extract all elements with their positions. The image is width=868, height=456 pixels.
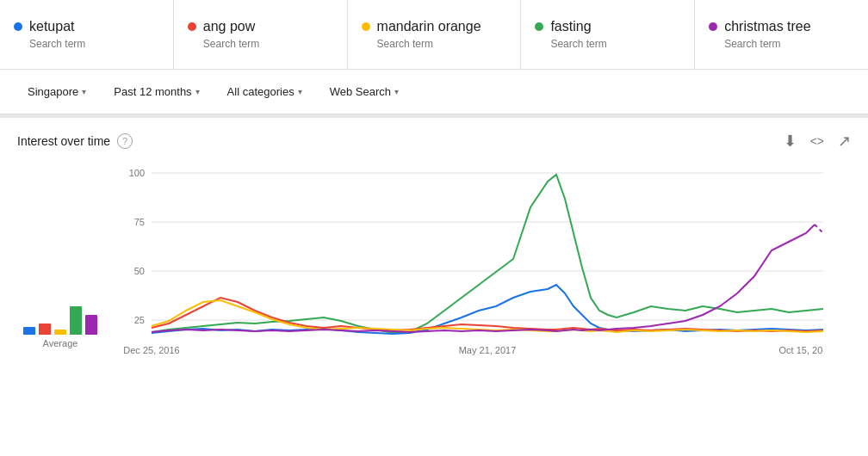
share-icon[interactable]: ↗ [838,132,851,151]
term-label-mandarin-orange: Search term [362,38,507,50]
main-chart: 100 75 50 25 Dec [117,164,851,366]
average-bars [23,283,97,335]
avg-bar [85,315,97,335]
search-type-chevron-icon: ▾ [394,87,399,96]
term-dot-mandarin-orange [362,22,370,31]
svg-text:25: 25 [134,315,145,325]
term-name-ang-pow: ang pow [203,19,256,34]
chart-title-area: Interest over time ? [17,133,133,149]
christmas-tree-dashed [815,225,823,233]
region-filter[interactable]: Singapore ▾ [17,78,96,105]
avg-bar [54,330,66,335]
average-chart: Average [17,283,103,366]
chart-actions: ⬇ <> ↗ [784,132,851,151]
search-term-ang-pow[interactable]: ang pow Search term [174,0,348,69]
average-label: Average [43,338,78,348]
ang-pow-line [152,298,823,331]
term-dot-fasting [535,22,543,31]
search-term-fasting[interactable]: fasting Search term [521,0,695,69]
avg-bar [70,306,82,335]
embed-icon[interactable]: <> [810,134,824,148]
search-term-christmas-tree[interactable]: christmas tree Search term [695,0,868,69]
svg-text:May 21, 2017: May 21, 2017 [459,345,517,355]
svg-text:75: 75 [134,217,145,227]
time-chevron-icon: ▾ [195,87,200,96]
term-label-christmas-tree: Search term [709,38,854,50]
svg-text:Oct 15, 2017: Oct 15, 2017 [779,345,824,355]
category-chevron-icon: ▾ [298,87,302,96]
chart-header: Interest over time ? ⬇ <> ↗ [17,132,851,151]
term-dot-christmas-tree [709,22,717,31]
christmas-tree-line [152,225,815,332]
term-name-ketupat: ketupat [29,19,74,34]
time-range-filter[interactable]: Past 12 months ▾ [103,78,209,105]
search-term-mandarin-orange[interactable]: mandarin orange Search term [348,0,522,69]
chart-container: Average 100 75 50 25 [17,164,851,366]
term-dot-ketupat [14,22,22,31]
search-term-ketupat[interactable]: ketupat Search term [0,0,174,69]
category-filter[interactable]: All categories ▾ [217,78,313,105]
term-label-fasting: Search term [535,38,680,50]
search-type-label: Web Search [330,85,391,98]
region-chevron-icon: ▾ [82,87,86,96]
term-dot-ang-pow [188,22,196,31]
category-label: All categories [227,85,294,98]
chart-title: Interest over time [17,134,110,148]
term-name-christmas-tree: christmas tree [724,19,810,34]
search-type-filter[interactable]: Web Search ▾ [319,78,409,105]
chart-section: Interest over time ? ⬇ <> ↗ Average 100 … [0,118,868,379]
avg-bar [39,324,51,335]
filter-bar: Singapore ▾ Past 12 months ▾ All categor… [0,70,868,114]
download-icon[interactable]: ⬇ [784,132,797,151]
svg-text:Dec 25, 2016: Dec 25, 2016 [123,345,179,355]
help-icon[interactable]: ? [117,133,133,149]
region-label: Singapore [28,85,78,98]
term-name-mandarin-orange: mandarin orange [377,19,481,34]
svg-text:50: 50 [134,266,145,276]
term-name-fasting: fasting [550,19,591,34]
search-terms-bar: ketupat Search term ang pow Search term … [0,0,868,70]
avg-bar [23,327,35,335]
time-range-label: Past 12 months [114,85,191,98]
term-label-ketupat: Search term [14,38,159,50]
term-label-ang-pow: Search term [188,38,333,50]
chart-svg: 100 75 50 25 Dec [117,164,823,362]
svg-text:100: 100 [129,168,145,178]
